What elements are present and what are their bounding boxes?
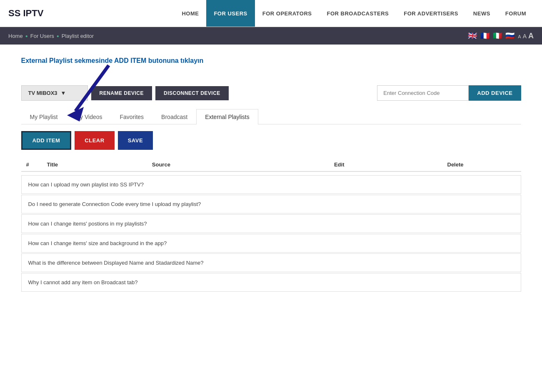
breadcrumb-home[interactable]: Home [8, 33, 23, 39]
tab-my-videos[interactable]: My Videos [66, 109, 111, 124]
font-size-medium[interactable]: A [523, 33, 527, 40]
flag-russian[interactable]: 🇷🇺 [505, 31, 515, 40]
add-item-button[interactable]: ADD ITEM [21, 131, 72, 150]
add-device-button[interactable]: ADD DEVICE [469, 85, 521, 101]
faq-item-1[interactable]: Do I need to generate Connection Code ev… [21, 195, 521, 213]
faq-item-4[interactable]: What is the difference between Displayed… [21, 253, 521, 272]
tab-external-playlists[interactable]: External Playlists [196, 109, 258, 124]
breadcrumb-right: 🇬🇧 🇫🇷 🇮🇹 🇷🇺 A A A [468, 31, 534, 40]
flag-italian[interactable]: 🇮🇹 [493, 31, 502, 40]
nav-menu: HOME FOR USERS FOR OPERATORS FOR BROADCA… [174, 0, 534, 27]
disconnect-device-button[interactable]: DISCONNECT DEVICE [155, 86, 229, 100]
faq-item-5[interactable]: Why I cannot add any item on Broadcast t… [21, 273, 521, 292]
site-logo: SS IPTV [8, 8, 43, 19]
col-header-source: Source [147, 158, 289, 171]
playlist-table: # Title Source Edit Delete [21, 158, 521, 172]
device-selector[interactable]: TV MIBOX3 ▼ [21, 85, 88, 101]
flag-english[interactable]: 🇬🇧 [468, 31, 477, 40]
connection-input-group: ADD DEVICE [377, 85, 521, 101]
nav-item-news[interactable]: NEWS [466, 0, 498, 27]
nav-item-home[interactable]: HOME [174, 0, 206, 27]
annotation-wrapper: External Playlist sekmesinde ADD ITEM bu… [21, 57, 521, 73]
col-header-delete: Delete [390, 158, 521, 171]
action-buttons: ADD ITEM CLEAR SAVE [21, 131, 521, 150]
nav-item-for-advertisers[interactable]: FOR ADVERTISERS [396, 0, 466, 27]
faq-section: How can I upload my own playlist into SS… [21, 175, 521, 292]
breadcrumb: Home ● For Users ● Playlist editor [8, 33, 94, 39]
font-size-small[interactable]: A [518, 34, 521, 39]
flag-french[interactable]: 🇫🇷 [480, 31, 490, 40]
breadcrumb-dot-2: ● [57, 34, 59, 38]
main-content: External Playlist sekmesinde ADD ITEM bu… [9, 45, 534, 301]
tab-broadcast[interactable]: Broadcast [152, 109, 196, 124]
device-name: TV MIBOX3 [28, 90, 57, 96]
top-navigation: SS IPTV HOME FOR USERS FOR OPERATORS FOR… [0, 0, 542, 27]
col-header-number: # [21, 158, 42, 171]
tab-my-playlist[interactable]: My Playlist [21, 109, 67, 124]
col-header-edit: Edit [289, 158, 390, 171]
device-bar: TV MIBOX3 ▼ RENAME DEVICE DISCONNECT DEV… [21, 85, 521, 101]
nav-item-for-broadcasters[interactable]: FOR BROADCASTERS [319, 0, 396, 27]
breadcrumb-current: Playlist editor [62, 33, 94, 39]
playlist-tabs: My Playlist My Videos Favorites Broadcas… [21, 109, 521, 124]
instruction-text: External Playlist sekmesinde ADD ITEM bu… [21, 57, 204, 65]
faq-item-3[interactable]: How can I change items' size and backgro… [21, 234, 521, 253]
connection-code-input[interactable] [377, 85, 469, 101]
nav-item-for-users[interactable]: FOR USERS [206, 0, 255, 27]
faq-item-2[interactable]: How can I change items' postions in my p… [21, 214, 521, 233]
breadcrumb-for-users[interactable]: For Users [30, 33, 54, 39]
font-size-controls: A A A [518, 32, 534, 40]
breadcrumb-dot-1: ● [25, 34, 28, 38]
col-header-title: Title [42, 158, 147, 171]
clear-button[interactable]: CLEAR [75, 131, 114, 150]
nav-item-forum[interactable]: FORUM [498, 0, 534, 27]
faq-item-0[interactable]: How can I upload my own playlist into SS… [21, 175, 521, 194]
rename-device-button[interactable]: RENAME DEVICE [91, 86, 152, 100]
font-size-large[interactable]: A [528, 32, 534, 40]
breadcrumb-bar: Home ● For Users ● Playlist editor 🇬🇧 🇫🇷… [0, 27, 542, 45]
nav-item-for-operators[interactable]: FOR OPERATORS [255, 0, 320, 27]
tab-favorites[interactable]: Favorites [111, 109, 153, 124]
device-dropdown-icon[interactable]: ▼ [61, 90, 66, 96]
save-button[interactable]: SAVE [118, 131, 153, 150]
